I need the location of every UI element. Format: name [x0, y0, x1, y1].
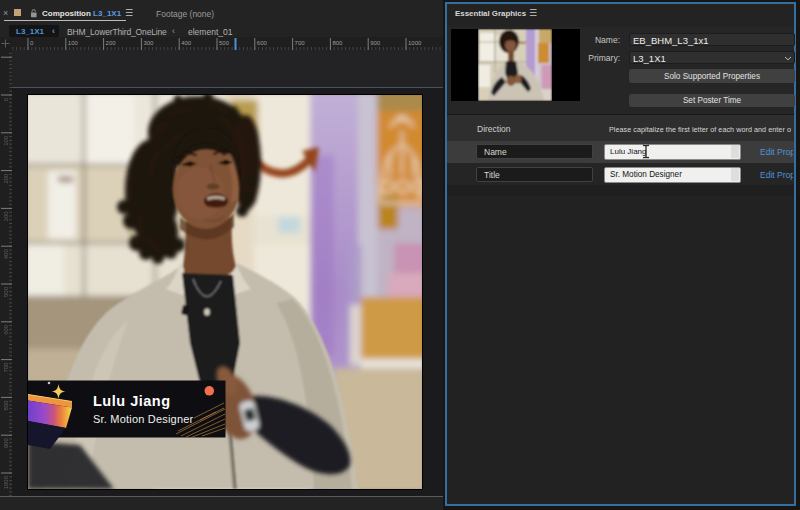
svg-text:800: 800 [332, 40, 343, 46]
svg-text:800: 800 [3, 400, 9, 411]
svg-text:Lulu Jiang: Lulu Jiang [93, 393, 171, 409]
svg-text:1000: 1000 [408, 40, 422, 46]
svg-text:500: 500 [3, 286, 9, 297]
svg-text:1000: 1000 [3, 475, 9, 489]
svg-text:400: 400 [181, 40, 192, 46]
svg-text:200: 200 [106, 40, 117, 46]
svg-text:300: 300 [3, 211, 9, 222]
svg-text:900: 900 [370, 40, 381, 46]
svg-text:100: 100 [3, 135, 9, 146]
svg-text:600: 600 [257, 40, 268, 46]
svg-text:500: 500 [219, 40, 230, 46]
svg-text:400: 400 [3, 249, 9, 260]
svg-text:700: 700 [295, 40, 306, 46]
svg-text:600: 600 [3, 324, 9, 335]
svg-text:900: 900 [3, 438, 9, 449]
svg-text:300: 300 [143, 40, 154, 46]
svg-text:200: 200 [3, 173, 9, 184]
svg-text:700: 700 [3, 362, 9, 373]
svg-text:Sr. Motion Designer: Sr. Motion Designer [93, 413, 194, 425]
svg-text:100: 100 [68, 40, 79, 46]
